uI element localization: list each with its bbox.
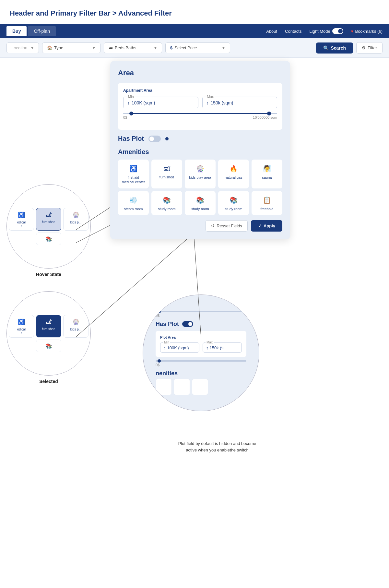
plot-max-label: Max bbox=[206, 341, 214, 344]
hasplot-title-row: Has Plot bbox=[156, 321, 246, 328]
hasplot-toggle-active[interactable] bbox=[182, 321, 193, 327]
apply-button[interactable]: ✓ Apply bbox=[251, 220, 282, 232]
search-icon: 🔍 bbox=[323, 45, 329, 51]
amenity-study-room-1[interactable]: 📚 study room bbox=[151, 191, 182, 215]
range-thumb-left[interactable] bbox=[129, 112, 133, 115]
location-dropdown[interactable]: Location ▼ bbox=[6, 42, 39, 53]
area-max-label: Max bbox=[206, 95, 215, 99]
search-button[interactable]: 🔍 Search bbox=[316, 42, 353, 54]
selected-first-aid-icon: ♿ bbox=[18, 318, 25, 326]
study-room-2-label: study room bbox=[191, 207, 209, 211]
hover-card-kids: 🎡 kids p... bbox=[63, 208, 88, 231]
amenity-study-room-3[interactable]: 📚 study room bbox=[218, 191, 249, 215]
amenity-kids-play[interactable]: 🎡 kids play area bbox=[185, 160, 216, 188]
filter-icon: ⚙ bbox=[362, 45, 366, 50]
steam-room-icon: 💨 bbox=[129, 196, 137, 204]
plot-min-value: ↕ 100K (sqm) bbox=[164, 345, 196, 350]
main-content: Area Apartment Area Min ↕ 100K (sqm) Max… bbox=[0, 58, 389, 583]
hover-card-first-aid: ♿ edicalr bbox=[9, 208, 34, 231]
hasplot-range-track bbox=[156, 311, 246, 312]
nav-tab-buy[interactable]: Buy bbox=[6, 26, 27, 36]
range-thumb-right[interactable] bbox=[267, 112, 271, 115]
steam-room-label: steam room bbox=[124, 207, 143, 211]
hover-card-furnished: 🛋 furnished bbox=[36, 208, 61, 231]
selected-furnished-label: furnished bbox=[42, 327, 55, 331]
light-mode-toggle[interactable]: Light Mode bbox=[309, 28, 343, 34]
hover-first-aid-label: edicalr bbox=[17, 221, 26, 228]
price-dollar-icon: $ bbox=[170, 45, 172, 50]
beds-baths-dropdown[interactable]: 🛏 Beds Baths ▼ bbox=[104, 42, 162, 53]
amenity-study-room-2[interactable]: 📚 study room bbox=[185, 191, 216, 215]
page-title-bar: Header and Primary Filter Bar > Advanced… bbox=[0, 0, 389, 24]
selected-card-first-aid: ♿ edicalr bbox=[9, 315, 34, 338]
furnished-label: furnished bbox=[159, 175, 174, 179]
amenity-natural-gas[interactable]: 🔥 natural gas bbox=[218, 160, 249, 188]
type-dropdown[interactable]: 🏠 Type ▼ bbox=[42, 42, 100, 53]
natural-gas-label: natural gas bbox=[225, 175, 242, 180]
nav-right: About Contacts Light Mode ♥ Bookmarks (6… bbox=[266, 28, 383, 34]
nav-tabs: Buy Off-plan bbox=[6, 26, 56, 36]
hover-kids-label: kids p... bbox=[70, 221, 81, 224]
plot-min-input[interactable]: Min ↕ 100K (sqm) bbox=[160, 342, 199, 353]
reset-fields-button[interactable]: ↺ Resset Fields bbox=[206, 220, 248, 232]
area-min-input[interactable]: Min ↕ 100K (sqm) bbox=[123, 97, 198, 108]
location-placeholder: Location bbox=[11, 45, 27, 50]
amenity-partial-1 bbox=[156, 379, 172, 395]
freehold-icon: 📋 bbox=[263, 196, 271, 204]
light-mode-track[interactable] bbox=[332, 28, 343, 34]
apply-label: Apply bbox=[264, 223, 275, 228]
first-aid-label: first aid medical center bbox=[121, 175, 146, 185]
hasplot-inner: 0$ Has Plot Plot Area Min ↕ bbox=[152, 308, 250, 398]
hasplot-thumb bbox=[158, 310, 161, 313]
type-chevron-icon: ▼ bbox=[92, 46, 96, 50]
amenity-sauna[interactable]: 🧖 sauna bbox=[252, 160, 282, 188]
apartment-area-label: Apartment Area bbox=[123, 88, 277, 93]
range-fill bbox=[131, 113, 270, 114]
home-icon: 🏠 bbox=[47, 45, 52, 50]
area-range-slider[interactable] bbox=[123, 113, 277, 114]
range-min-label: 0$ bbox=[123, 115, 127, 119]
has-plot-dot bbox=[165, 137, 169, 140]
has-plot-toggle[interactable] bbox=[148, 136, 161, 142]
area-max-input[interactable]: Max ↕ 150k (sqm) bbox=[202, 97, 277, 108]
selected-card-furnished: 🛋 furnished bbox=[36, 315, 61, 338]
selected-inner: ♿ edicalr 🛋 furnished 🎡 kids p... 📚 bbox=[13, 315, 84, 352]
kids-play-icon: 🎡 bbox=[196, 165, 204, 173]
selected-kids-icon: 🎡 bbox=[72, 318, 79, 326]
search-label: Search bbox=[331, 45, 346, 51]
selected-bottom-card: 📚 bbox=[36, 340, 61, 352]
nav-about[interactable]: About bbox=[266, 29, 277, 34]
selected-state-label: Selected bbox=[6, 379, 91, 384]
nav-contacts[interactable]: Contacts bbox=[285, 29, 301, 34]
selected-furnished-icon: 🛋 bbox=[46, 318, 52, 325]
amenity-first-aid[interactable]: ♿ first aid medical center bbox=[118, 160, 149, 188]
amenities-partial-cards bbox=[156, 379, 246, 395]
hasplot-zoom-callout: 0$ Has Plot Plot Area Min ↕ bbox=[143, 294, 259, 411]
amenity-freehold[interactable]: 📋 freehold bbox=[252, 191, 282, 215]
reset-label: Resset Fields bbox=[217, 223, 242, 228]
amenity-steam-room[interactable]: 💨 steam room bbox=[118, 191, 149, 215]
kids-play-label: kids play area bbox=[189, 175, 211, 180]
beds-icon: 🛏 bbox=[109, 45, 113, 50]
hasplot-toggle-active-thumb bbox=[188, 322, 192, 326]
selected-card-kids: 🎡 kids p... bbox=[63, 315, 88, 338]
area-panel-title: Area bbox=[118, 69, 282, 77]
nav-tab-offplan[interactable]: Off-plan bbox=[28, 26, 56, 36]
panel-footer: ↺ Resset Fields ✓ Apply bbox=[118, 220, 282, 232]
area-max-value: ↕ 150k (sqm) bbox=[206, 100, 273, 105]
range-max-label: 10'000000 sqm bbox=[253, 115, 277, 119]
amenity-furnished[interactable]: 🛋 furnished bbox=[151, 160, 182, 188]
selected-kids-label: kids p... bbox=[70, 328, 81, 331]
plot-max-input[interactable]: Max ↕ 150k (s bbox=[203, 342, 242, 353]
sauna-icon: 🧖 bbox=[263, 165, 271, 173]
area-min-label: Min bbox=[127, 95, 135, 99]
selected-state-circle: ♿ edicalr 🛋 furnished 🎡 kids p... 📚 bbox=[6, 291, 91, 376]
plot-area-box: Plot Area Min ↕ 100K (sqm) Max bbox=[156, 331, 246, 357]
bookmarks-badge[interactable]: ♥ Bookmarks (6) bbox=[351, 29, 383, 34]
filter-bar: Location ▼ 🏠 Type ▼ 🛏 Beds Baths ▼ $ Sel… bbox=[0, 38, 389, 58]
has-plot-row: Has Plot bbox=[118, 135, 282, 142]
page-title-highlight: Advanced Filter bbox=[118, 9, 172, 17]
filter-button[interactable]: ⚙ Filter bbox=[356, 42, 383, 54]
price-dropdown[interactable]: $ Select Price ▼ bbox=[165, 42, 230, 53]
selected-bottom-icon: 📚 bbox=[45, 343, 52, 349]
